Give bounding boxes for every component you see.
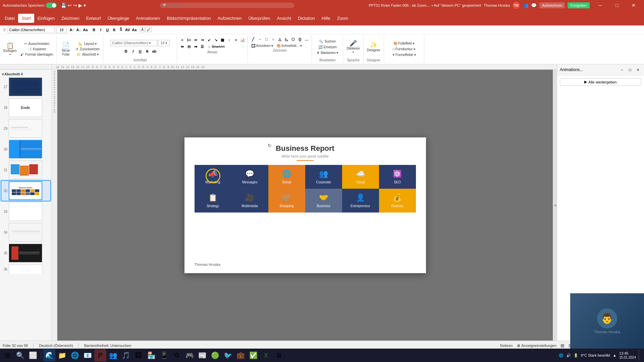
layout-button[interactable]: 📐Layout ▾ (74, 41, 101, 46)
slide-item-35[interactable]: 35 (1, 243, 50, 263)
align-right-btn[interactable]: ➡ (193, 44, 199, 50)
menu-start[interactable]: Start (18, 14, 34, 23)
shape-arrow[interactable]: → (257, 36, 263, 42)
col-btn[interactable]: ▦ (219, 37, 225, 43)
shape-line[interactable]: ╱ (250, 36, 256, 42)
minimize-button[interactable]: ─ (592, 0, 608, 11)
icon-cell-business[interactable]: 🤝 Business (305, 189, 342, 213)
toolbar-redo-icon[interactable]: ↪ (73, 3, 77, 8)
italic-btn[interactable]: I (98, 27, 104, 33)
icon-cell-cloud[interactable]: ☁️ Cloud (342, 165, 379, 189)
show-desktop-btn[interactable] (639, 350, 640, 361)
bold-btn[interactable]: B (91, 27, 97, 33)
decrease-font-btn[interactable]: A↓ (75, 27, 82, 33)
share-icon[interactable]: 👥 (523, 3, 528, 8)
todo-btn[interactable]: ✅ (247, 349, 259, 361)
indent-more-btn[interactable]: ⇒ (199, 37, 205, 43)
search-taskbar-btn[interactable]: 🔍 (14, 349, 26, 361)
photos-btn[interactable]: 🖼 (132, 349, 145, 361)
comments-icon[interactable]: 💬 (531, 3, 537, 8)
align-text-btn[interactable]: ≡ (233, 37, 239, 43)
menu-dictation[interactable]: Dictation (294, 14, 318, 23)
font-size-dropdown[interactable]: 18 ▾ (158, 40, 170, 46)
freigeben-btn[interactable]: Freigeben (568, 2, 590, 8)
select-button[interactable]: ⬆Markieren ▾ (314, 50, 341, 55)
menu-einfuegen[interactable]: Einfügen (34, 14, 58, 23)
news-btn[interactable]: 📰 (196, 349, 208, 361)
char-spacing-btn[interactable]: AV (124, 27, 130, 33)
systray-icons[interactable]: ▲ (613, 353, 616, 357)
quick-styles-button[interactable]: 🎨Schnellstil... ▾ (275, 44, 303, 48)
slide-content[interactable]: Business Report Write here your great su… (184, 137, 426, 273)
icon-cell-social[interactable]: 🌐 Social (268, 165, 305, 189)
icon-cell-entrepreneur[interactable]: 👤 Entrepreneur (342, 189, 379, 213)
close-button[interactable]: ✕ (626, 0, 641, 11)
menu-uebergaenge[interactable]: Übergänge (104, 14, 132, 23)
clear-format-btn[interactable]: Aa (82, 27, 88, 33)
menu-ueberpruefen[interactable]: Überprüfen (245, 14, 273, 23)
new-slide-button[interactable]: 📄 Neue Folie (59, 36, 73, 62)
record-btn[interactable]: Aufzeichnen (539, 2, 565, 8)
settings-btn[interactable]: ⚙ (171, 349, 183, 361)
reset-button[interactable]: ↺Zurücksetzen (74, 47, 101, 52)
align-center-btn[interactable]: ⊟ (186, 44, 192, 50)
menu-animationen[interactable]: Animationen (132, 14, 163, 23)
twitter-btn[interactable]: 🐦 (222, 349, 234, 361)
justify-btn[interactable]: ☰ (199, 44, 205, 50)
menu-aufzeichnen[interactable]: Aufzeichnen (214, 14, 245, 23)
maximize-button[interactable]: □ (609, 0, 625, 11)
play-all-button[interactable]: ▶ Alle wiedergeben (560, 78, 641, 86)
search-input[interactable] (160, 3, 294, 8)
user-avatar[interactable]: TH (513, 2, 520, 9)
shape-right-tri[interactable]: ◺ (283, 36, 289, 42)
format-copy-button[interactable]: 🖌Format übertragen (19, 52, 54, 57)
network-icon[interactable]: 🌐 (559, 353, 564, 358)
rtl-btn[interactable]: ↙ (206, 37, 212, 43)
section-button[interactable]: 📁Abschnitt ▾ (74, 52, 101, 57)
gaming-btn[interactable]: 🎮 (183, 349, 196, 361)
smartart-convert-btn[interactable]: SmartArt (215, 44, 221, 50)
arrange-button[interactable]: 🔲Anordnen ▾ (250, 44, 274, 48)
font-dropdown[interactable]: Calibri (Überschriften) ▾ (110, 40, 157, 46)
slide-item-31[interactable]: 31 (1, 160, 50, 180)
icon-cell-messages[interactable]: 💬 Messages (231, 165, 268, 189)
font-size-input[interactable] (56, 26, 67, 33)
form-border-btn[interactable]: □Formkontur ▾ (386, 47, 422, 52)
icon-cell-corporate[interactable]: 👥 Corporate (305, 165, 342, 189)
accessibility-status[interactable]: Barrierefreiheit: Untersuchen (84, 344, 131, 348)
icon-cell-multimedia[interactable]: 🎥 Multimedia (231, 189, 268, 213)
start-button[interactable]: ⊞ (1, 349, 13, 361)
menu-zoom[interactable]: Zoom (334, 14, 352, 23)
strikethrough-btn[interactable]: S (111, 27, 117, 33)
slide-item-34[interactable]: 34 (1, 222, 50, 242)
slide-item-29[interactable]: 29 (1, 118, 50, 138)
ltr-btn[interactable]: ↘ (213, 37, 219, 43)
store-btn[interactable]: 🏪 (145, 349, 157, 361)
view-normal-btn[interactable]: ⊞ (560, 343, 565, 348)
notes-button[interactable]: Notizen (500, 344, 513, 348)
smartart-btn[interactable]: 📊 (239, 37, 246, 43)
list-ol-btn[interactable]: 1≡ (186, 37, 192, 43)
excel-btn[interactable]: X (260, 349, 272, 361)
slide-item-33[interactable]: 33 (1, 201, 50, 222)
shape-bracket[interactable]: {} (297, 36, 303, 42)
toolbar-undo-icon[interactable]: ↩ (68, 3, 72, 8)
rotation-handle[interactable]: ↻ (268, 143, 272, 148)
dictate-button[interactable]: 🎤 Diktieren ▾ (345, 36, 361, 58)
language-status[interactable]: Deutsch (Österreich) (39, 344, 73, 348)
fill-effect-btn[interactable]: 🎨Fülleffekt ▾ (386, 41, 422, 46)
slide-item-36[interactable]: 36 (1, 264, 50, 275)
underline-btn[interactable]: U (104, 27, 110, 33)
menu-zeichnen[interactable]: Zeichnen (58, 14, 83, 23)
display-settings-button[interactable]: 🖥Anzeigeeinstellungen (517, 344, 556, 348)
toolbar-save-icon[interactable]: 💾 (61, 3, 66, 8)
menu-bildschirm[interactable]: Bildschirmpräsentation (163, 14, 214, 23)
monitor-btn[interactable]: 🖥 (273, 349, 285, 361)
powerpoint-btn[interactable]: P (94, 349, 106, 361)
align-left-btn[interactable]: ⬅ (179, 44, 185, 50)
music-btn[interactable]: 🎵 (120, 349, 132, 361)
edge-btn[interactable]: 🌊 (43, 349, 55, 361)
icon-cell-strategy[interactable]: 📋 Strategy (195, 189, 231, 213)
bold-btn2[interactable]: B (123, 48, 129, 54)
copy-button[interactable]: 📑Kopieren (19, 47, 54, 52)
